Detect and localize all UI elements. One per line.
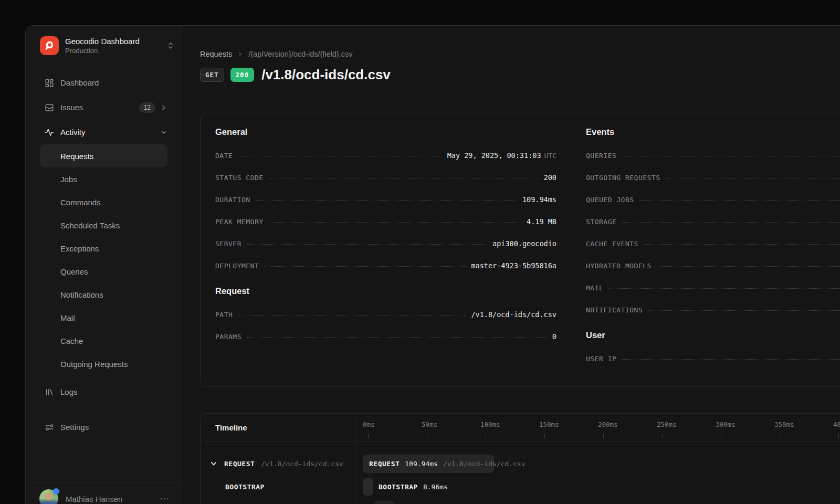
sidebar-item-requests[interactable]: Requests xyxy=(40,144,167,167)
timeline-axis: 0ms 50ms 100ms 150ms 200ms 250ms 300ms 3… xyxy=(356,414,840,441)
detail-value: 4.19 MB xyxy=(527,217,556,226)
timeline-row-bootstrap-label: BOOTSTRAP xyxy=(201,475,356,498)
page-title: /v1.8/ocd-ids/cd.csv xyxy=(261,67,391,83)
indent-guide-line xyxy=(48,170,48,372)
sub-item-label: Requests xyxy=(60,152,93,161)
activity-pulse-icon xyxy=(45,128,54,137)
app-window: Geocodio Dashboard Production xyxy=(25,25,840,504)
dotted-leader xyxy=(666,178,840,178)
details-right-column: Events QUERIES OUTGOING REQUESTS QUEUED … xyxy=(586,127,840,386)
request-title-row: GET 200 /v1.8/ocd-ids/cd.csv xyxy=(200,67,840,83)
detail-label: QUEUED JOBS xyxy=(586,195,634,204)
dotted-leader xyxy=(247,244,487,245)
sidebar-item-label: Settings xyxy=(60,423,89,432)
detail-label: CACHE EVENTS xyxy=(586,239,638,248)
sidebar-item-cache[interactable]: Cache xyxy=(34,329,173,352)
sidebar-item-mail[interactable]: Mail xyxy=(34,306,173,329)
sidebar-item-logs[interactable]: Logs xyxy=(34,380,173,404)
timeline-span-labels: REQUEST /v1.8/ocd-ids/cd.csv BOOTSTRAP xyxy=(201,442,356,504)
sidebar-item-label: Logs xyxy=(60,387,78,396)
dotted-leader xyxy=(247,337,547,338)
details-left-column: General DATE May 29, 2025, 00:31:03 UTC … xyxy=(215,127,556,386)
sidebar-item-scheduled-tasks[interactable]: Scheduled Tasks xyxy=(34,214,173,237)
chevron-down-icon xyxy=(161,129,167,135)
online-status-dot xyxy=(53,488,59,495)
sub-item-label: Queries xyxy=(60,267,88,276)
breadcrumb-requests-link[interactable]: Requests xyxy=(200,50,232,58)
timeline-panel: Timeline 0ms 50ms 100ms 150ms 200ms 250m… xyxy=(200,413,840,504)
detail-row-user-ip: USER IP xyxy=(586,354,840,363)
sidebar: Geocodio Dashboard Production xyxy=(26,26,182,504)
timeline-row-request-label: REQUEST /v1.8/ocd-ids/cd.csv xyxy=(201,452,356,475)
dotted-leader xyxy=(264,266,466,267)
bar-label: BOOTSTRAP xyxy=(379,483,418,491)
sub-item-label: Outgoing Requests xyxy=(60,360,128,369)
sidebar-item-outgoing-requests[interactable]: Outgoing Requests xyxy=(34,352,173,375)
timeline-heading: Timeline xyxy=(201,414,356,441)
detail-row-deployment: DEPLOYMENT master-4923-5b95816a xyxy=(215,261,556,270)
bootstrap-span-bar[interactable] xyxy=(363,478,373,496)
sidebar-item-queries[interactable]: Queries xyxy=(34,260,173,283)
sidebar-item-activity[interactable]: Activity xyxy=(34,120,173,144)
span-name: REQUEST xyxy=(224,460,255,468)
detail-label: DURATION xyxy=(215,195,250,204)
ellipsis-icon[interactable]: ⋯ xyxy=(160,493,170,504)
detail-label: PATH xyxy=(215,310,233,319)
section-heading-general: General xyxy=(215,127,556,137)
detail-row-cache-events: CACHE EVENTS xyxy=(586,239,840,248)
sliders-icon xyxy=(45,423,54,432)
detail-row-date: DATE May 29, 2025, 00:31:03 UTC xyxy=(215,151,556,160)
timeline-bar-row: REQUEST 109.94ms /v1.8/ocd-ids/cd.csv xyxy=(356,452,840,475)
chevron-down-icon[interactable] xyxy=(210,460,217,467)
detail-row-duration: DURATION 109.94ms xyxy=(215,195,556,204)
timeline-body: REQUEST /v1.8/ocd-ids/cd.csv BOOTSTRAP R… xyxy=(201,442,840,504)
detail-value: api300.geocodio xyxy=(492,239,556,248)
dotted-leader xyxy=(639,200,840,201)
app-root: Geocodio Dashboard Production xyxy=(0,0,840,504)
sub-item-label: Scheduled Tasks xyxy=(60,221,120,230)
timeline-header: Timeline 0ms 50ms 100ms 150ms 200ms 250m… xyxy=(201,414,840,442)
sub-item-label: Exceptions xyxy=(60,244,99,253)
detail-row-notifications: NOTIFICATIONS xyxy=(586,306,840,314)
dotted-leader xyxy=(644,244,840,245)
detail-row-path: PATH /v1.8/ocd-ids/cd.csv xyxy=(215,310,556,319)
detail-label: PEAK MEMORY xyxy=(215,217,264,226)
sidebar-item-exceptions[interactable]: Exceptions xyxy=(34,237,173,260)
sidebar-item-issues[interactable]: Issues 12 xyxy=(34,95,173,120)
detail-label: NOTIFICATIONS xyxy=(586,306,643,314)
span-path: /v1.8/ocd-ids/cd.csv xyxy=(261,460,343,468)
sidebar-item-notifications[interactable]: Notifications xyxy=(34,283,173,306)
detail-row-mail: MAIL xyxy=(586,284,840,292)
sidebar-item-settings[interactable]: Settings xyxy=(34,415,173,439)
logs-icon xyxy=(45,387,54,397)
section-heading-user: User xyxy=(586,330,840,340)
workspace-switcher[interactable]: Geocodio Dashboard Production xyxy=(26,26,182,66)
workspace-name: Geocodio Dashboard xyxy=(65,37,140,46)
dotted-leader xyxy=(269,178,539,178)
map-pin-icon xyxy=(44,40,55,51)
dotted-leader xyxy=(238,315,466,316)
user-menu[interactable]: Mathias Hansen ⋯ xyxy=(26,482,182,504)
detail-value: 200 xyxy=(544,173,556,182)
sidebar-item-label: Activity xyxy=(60,128,86,136)
clipped-span-bar[interactable] xyxy=(374,501,394,504)
main-content: Requests /{apiVersion}/ocd-ids/{field}.c… xyxy=(182,26,840,504)
detail-label: HYDRATED MODELS xyxy=(586,261,652,270)
sidebar-item-commands[interactable]: Commands xyxy=(34,191,173,214)
detail-row-peak-memory: PEAK MEMORY 4.19 MB xyxy=(215,217,556,226)
bar-duration: 109.94ms xyxy=(405,460,438,468)
detail-value: /v1.8/ocd-ids/cd.csv xyxy=(471,310,556,319)
indent-guide-line xyxy=(215,474,215,504)
chevrons-up-down-icon[interactable] xyxy=(167,41,174,50)
sidebar-item-jobs[interactable]: Jobs xyxy=(34,167,173,191)
chevron-right-icon xyxy=(161,104,167,111)
breadcrumb: Requests /{apiVersion}/ocd-ids/{field}.c… xyxy=(200,50,840,58)
detail-label: STATUS CODE xyxy=(215,173,264,182)
dotted-leader xyxy=(648,310,840,311)
inbox-icon xyxy=(45,103,54,112)
detail-value: May 29, 2025, 00:31:03 xyxy=(447,151,541,160)
sidebar-item-label: Issues xyxy=(60,103,83,112)
http-method-badge: GET xyxy=(200,68,224,82)
detail-row-storage: STORAGE xyxy=(586,217,840,226)
sidebar-item-dashboard[interactable]: Dashboard xyxy=(34,70,173,95)
